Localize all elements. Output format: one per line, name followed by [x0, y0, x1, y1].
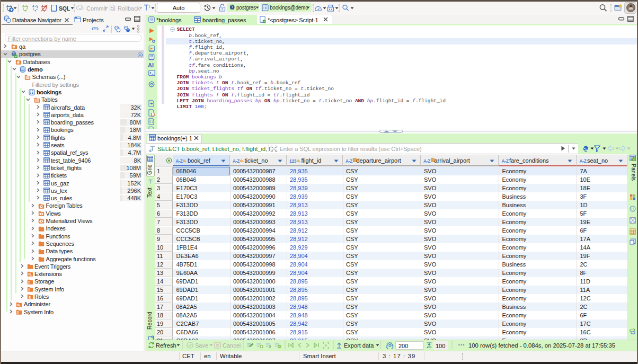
svg-text:2: 2: [269, 345, 271, 349]
